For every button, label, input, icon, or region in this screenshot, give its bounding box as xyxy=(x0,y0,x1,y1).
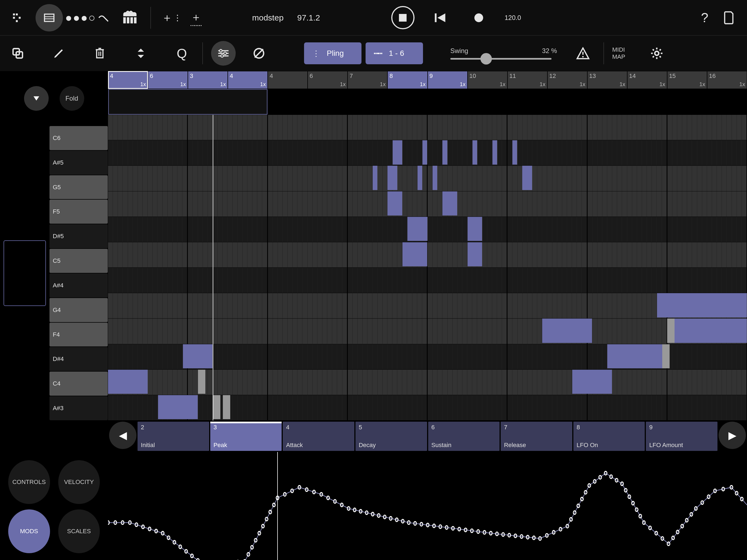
piano-key[interactable]: D#4 xyxy=(50,347,108,371)
note[interactable] xyxy=(468,242,483,266)
bar-slot[interactable]: 131x xyxy=(587,71,627,89)
rewind-button[interactable] xyxy=(428,5,453,30)
mod-slot[interactable]: 9LFO Amount xyxy=(646,422,718,451)
note-grid[interactable] xyxy=(108,115,747,421)
dropdown-triangle-button[interactable] xyxy=(24,86,49,111)
piano-key[interactable]: G4 xyxy=(50,298,108,322)
mod-slot[interactable]: 8LFO On xyxy=(573,422,645,451)
piano-key[interactable]: C6 xyxy=(50,126,108,150)
bar-slot[interactable]: 151x xyxy=(667,71,707,89)
velocity-bar[interactable] xyxy=(667,319,674,343)
page-range-button[interactable]: ┅┅ 1 - 6 xyxy=(366,42,423,64)
filter-icon[interactable] xyxy=(211,41,236,66)
velocity-bar[interactable] xyxy=(662,344,670,368)
note[interactable] xyxy=(387,166,397,190)
note[interactable] xyxy=(407,217,428,241)
note[interactable] xyxy=(572,370,612,394)
piano-roll-icon[interactable] xyxy=(35,4,63,31)
note[interactable] xyxy=(108,370,148,394)
loop-segment[interactable] xyxy=(428,89,587,115)
note[interactable] xyxy=(422,140,428,164)
note[interactable] xyxy=(393,140,403,164)
automation-lane[interactable] xyxy=(108,452,747,560)
mod-prev-button[interactable]: ◀ xyxy=(109,422,136,449)
clip-name-button[interactable]: ⋮ Pling xyxy=(304,42,361,64)
velocity-bar[interactable] xyxy=(223,395,230,419)
loop-segment[interactable] xyxy=(268,89,428,115)
piano-key[interactable]: F5 xyxy=(50,200,108,224)
bar-slot[interactable]: 141x xyxy=(627,71,667,89)
duplicate-icon[interactable] xyxy=(5,41,30,66)
note[interactable] xyxy=(433,166,437,190)
loop-segment[interactable] xyxy=(108,89,268,115)
add-row-icon[interactable]: ＋ xyxy=(184,5,208,30)
piano-key[interactable]: A#4 xyxy=(50,274,108,298)
record-button[interactable] xyxy=(466,5,491,30)
bar-slot[interactable]: 61x xyxy=(308,71,347,89)
add-column-icon[interactable]: ＋⋮ xyxy=(159,5,184,30)
wave-icon[interactable] xyxy=(93,5,118,30)
bar-slot[interactable]: 111x xyxy=(508,71,547,89)
note[interactable] xyxy=(403,242,428,266)
bar-slot[interactable]: 161x xyxy=(707,71,747,89)
mod-slot[interactable]: 3Peak xyxy=(210,422,282,451)
piano-key[interactable]: C4 xyxy=(50,372,108,396)
note[interactable] xyxy=(512,140,517,164)
quantize-icon[interactable]: Q xyxy=(170,41,194,66)
note[interactable] xyxy=(492,140,497,164)
file-icon[interactable] xyxy=(717,5,742,30)
session-view-icon[interactable] xyxy=(5,5,30,30)
mods-button[interactable]: MODS xyxy=(8,509,50,553)
note[interactable] xyxy=(373,166,378,190)
tempo-display[interactable]: 120.0 xyxy=(505,14,521,22)
note[interactable] xyxy=(657,293,747,317)
mod-slot[interactable]: 2Initial xyxy=(137,422,209,451)
piano-key[interactable]: A#3 xyxy=(50,396,108,420)
mod-next-button[interactable]: ▶ xyxy=(719,422,746,449)
piano-key[interactable]: G5 xyxy=(50,175,108,199)
note[interactable] xyxy=(417,166,422,190)
mod-slot[interactable]: 7Release xyxy=(500,422,572,451)
note[interactable] xyxy=(522,166,532,190)
note[interactable] xyxy=(672,319,747,343)
loop-overview-strip[interactable] xyxy=(108,89,747,115)
bar-slot[interactable]: 91x xyxy=(428,71,468,89)
note[interactable] xyxy=(158,395,198,419)
piano-key[interactable]: F4 xyxy=(50,323,108,347)
controls-button[interactable]: CONTROLS xyxy=(8,460,50,504)
scales-button[interactable]: SCALES xyxy=(58,509,100,553)
bar-slot[interactable]: 121x xyxy=(547,71,587,89)
bar-slot[interactable]: 41x xyxy=(108,71,148,89)
note[interactable] xyxy=(387,192,403,216)
note[interactable] xyxy=(542,319,592,343)
stop-button[interactable] xyxy=(391,6,414,29)
bar-slot[interactable]: 61x xyxy=(148,71,188,89)
mod-slot[interactable]: 6Sustain xyxy=(428,422,500,451)
velocity-button[interactable]: VELOCITY xyxy=(58,460,100,504)
velocity-bar[interactable] xyxy=(213,395,220,419)
step-dots-icon[interactable]: ●●●○ xyxy=(68,5,93,30)
piano-key[interactable]: D#5 xyxy=(50,224,108,248)
note[interactable] xyxy=(468,217,483,241)
piano-key[interactable]: A#5 xyxy=(50,151,108,175)
keyboard-icon[interactable] xyxy=(118,5,142,30)
piano-key[interactable]: C5 xyxy=(50,249,108,273)
warning-icon[interactable] xyxy=(571,41,595,66)
fold-button[interactable]: Fold xyxy=(60,86,84,111)
note[interactable] xyxy=(183,344,213,368)
midi-map-button[interactable]: MIDIMAP xyxy=(612,46,625,61)
bar-slot[interactable]: 41x xyxy=(228,71,268,89)
sort-icon[interactable] xyxy=(129,41,153,66)
velocity-bar[interactable] xyxy=(198,370,205,394)
overview-thumb[interactable] xyxy=(4,240,46,306)
bar-slot[interactable]: 81x xyxy=(387,71,428,89)
pencil-icon[interactable] xyxy=(47,41,71,66)
settings-icon[interactable] xyxy=(644,41,669,66)
note[interactable] xyxy=(442,192,458,216)
help-icon[interactable]: ? xyxy=(692,5,717,30)
bar-slot[interactable]: 4 xyxy=(268,71,308,89)
bar-slot[interactable]: 101x xyxy=(468,71,508,89)
note[interactable] xyxy=(607,344,667,368)
bar-slot[interactable]: 31x xyxy=(188,71,228,89)
mod-slot[interactable]: 4Attack xyxy=(283,422,354,451)
